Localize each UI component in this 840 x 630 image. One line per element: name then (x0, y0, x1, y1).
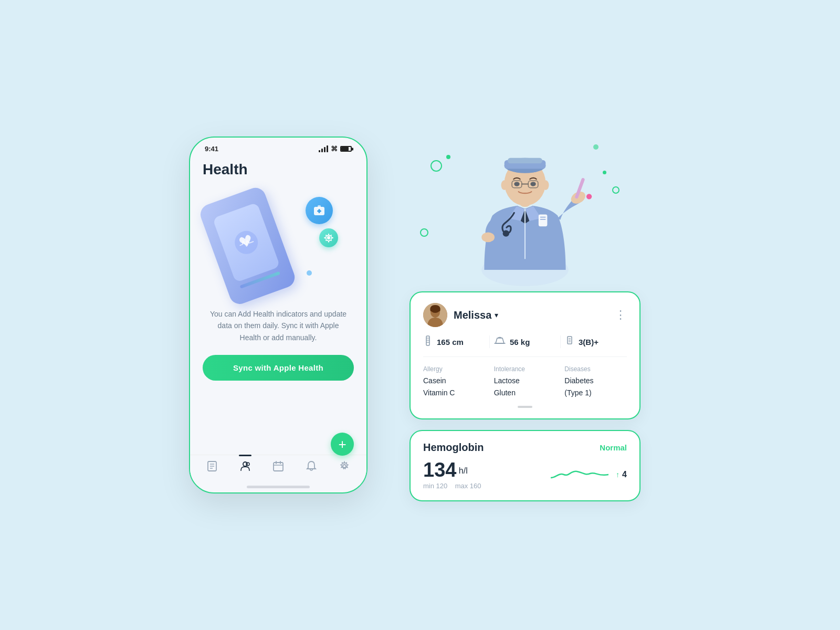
health-info: Allergy CaseinVitamin C Intolerance Lact… (423, 365, 627, 398)
profile-card: Melissa ▾ ⋮ 165 cm (410, 291, 640, 419)
stat-blood-type: 3(B)+ (565, 335, 627, 348)
avatar (423, 303, 447, 327)
medkit-icon (312, 204, 326, 217)
svg-point-38 (542, 180, 549, 190)
height-icon (423, 335, 433, 348)
hemo-title: Hemoglobin (423, 442, 484, 454)
phone-title: Health (203, 161, 354, 178)
hemo-value-row: 134 h/l (423, 460, 481, 480)
allergy-values: CaseinVitamin C (423, 375, 486, 398)
doctor-figure (410, 129, 640, 286)
doctor-illustration (410, 129, 640, 286)
illus-screen (213, 202, 280, 282)
hemo-max: max 160 (455, 482, 481, 490)
svg-rect-42 (426, 336, 429, 345)
svg-rect-12 (274, 463, 283, 471)
stat-divider-2 (560, 335, 561, 348)
hemo-value-block: 134 h/l min 120 max 160 (423, 460, 481, 490)
more-options-button[interactable]: ⋮ (615, 308, 627, 322)
sync-apple-health-button[interactable]: Sync with Apple Health (203, 355, 354, 381)
status-icons: ⌘ (319, 145, 352, 153)
allergy-col: Allergy CaseinVitamin C (423, 365, 486, 398)
illus-dot-blue (307, 270, 312, 276)
nav-item-settings[interactable] (339, 460, 350, 475)
profile-icon (239, 460, 251, 475)
intolerance-col: Intolerance LactoseGluten (494, 365, 556, 398)
svg-point-11 (246, 463, 249, 466)
nav-item-notes[interactable] (206, 460, 218, 475)
svg-point-5 (327, 236, 330, 239)
scroll-dot (518, 406, 532, 408)
illus-medkit-bubble (306, 197, 333, 224)
stat-weight: 56 kg (494, 335, 556, 348)
phone-content: Health (190, 156, 366, 455)
svg-rect-4 (317, 211, 321, 212)
settings-icon (339, 460, 350, 475)
blood-type-value: 3(B)+ (579, 338, 598, 346)
intolerance-values: LactoseGluten (494, 375, 556, 398)
heart-ecg-icon (229, 226, 263, 259)
nav-item-notifications[interactable] (306, 460, 317, 475)
svg-rect-2 (318, 205, 321, 208)
hemo-unit: h/l (459, 466, 468, 475)
float-circle-1 (430, 160, 442, 172)
hemo-header: Hemoglobin Normal (423, 442, 627, 454)
svg-point-25 (586, 194, 592, 199)
hemo-chart-area: ↑ 4 (551, 463, 627, 486)
scroll-indicator (423, 406, 627, 408)
home-indicator (247, 486, 310, 488)
hemo-min: min 120 (423, 482, 447, 490)
bottom-nav (190, 455, 366, 486)
float-circle-2 (420, 228, 428, 237)
fab-add-button[interactable]: + (331, 433, 354, 456)
hemoglobin-card: Hemoglobin Normal 134 h/l min 120 max 16… (410, 430, 640, 501)
illus-gear-bubble (319, 228, 338, 247)
svg-rect-20 (539, 215, 548, 227)
signal-icon (319, 146, 328, 152)
svg-point-26 (481, 233, 495, 243)
page-container: 9:41 ⌘ Health (52, 129, 788, 501)
plus-icon: + (338, 437, 346, 451)
nav-item-calendar[interactable] (272, 460, 284, 475)
hemo-trend: ↑ 4 (616, 470, 627, 479)
svg-point-36 (530, 182, 536, 186)
nav-item-profile[interactable] (239, 460, 251, 475)
card-stats: 165 cm 56 kg 3(B)+ (423, 335, 627, 357)
dropdown-arrow-icon[interactable]: ▾ (495, 311, 498, 319)
svg-point-37 (501, 180, 507, 190)
hemo-status: Normal (600, 443, 627, 452)
allergy-label: Allergy (423, 365, 486, 373)
trend-value: 4 (622, 470, 627, 479)
height-value: 165 cm (437, 338, 464, 346)
illus-phone (197, 185, 298, 307)
hemo-value: 134 (423, 459, 456, 481)
status-bar: 9:41 ⌘ (190, 138, 366, 156)
trend-up-icon: ↑ (616, 470, 620, 479)
phone-illustration (203, 186, 354, 302)
calendar-icon (272, 460, 284, 475)
phone-frame: 9:41 ⌘ Health (189, 136, 368, 494)
diseases-label: Diseases (564, 365, 627, 373)
user-info: Melissa ▾ (423, 303, 498, 327)
svg-point-35 (514, 182, 519, 186)
svg-rect-31 (508, 158, 542, 163)
gear-icon (324, 233, 333, 243)
right-panel: Melissa ▾ ⋮ 165 cm (399, 129, 651, 501)
weight-value: 56 kg (510, 338, 530, 346)
phone-description: You can Add Health indicators and update… (203, 308, 354, 343)
diseases-values: Diabetes(Type 1) (564, 375, 627, 398)
notes-icon (206, 460, 218, 475)
battery-icon (340, 146, 352, 152)
bell-icon (306, 460, 317, 475)
hemo-sparkline (551, 463, 608, 486)
hemo-range: min 120 max 160 (423, 482, 481, 490)
wifi-icon: ⌘ (331, 145, 338, 153)
status-time: 9:41 (205, 145, 218, 153)
card-header: Melissa ▾ ⋮ (423, 303, 627, 327)
phone-wrapper: 9:41 ⌘ Health (189, 136, 368, 494)
hemo-body: 134 h/l min 120 max 160 ↑ (423, 460, 627, 490)
diseases-col: Diseases Diabetes(Type 1) (564, 365, 627, 398)
intolerance-label: Intolerance (494, 365, 556, 373)
float-circle-3 (612, 186, 620, 194)
weight-icon (494, 336, 506, 348)
